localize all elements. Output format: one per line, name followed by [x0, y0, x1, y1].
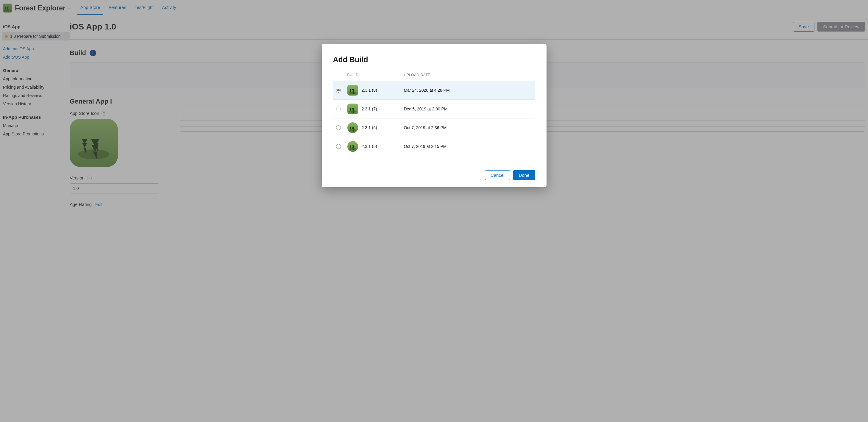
build-radio[interactable]: [336, 106, 341, 111]
build-app-icon: [347, 141, 358, 152]
modal-title: Add Build: [333, 55, 535, 64]
build-upload-date: Oct 7, 2019 at 2:36 PM: [404, 125, 535, 130]
build-upload-date: Oct 7, 2019 at 2:15 PM: [404, 144, 535, 149]
column-header-build: BUILD: [347, 73, 404, 77]
builds-table: BUILD UPLOAD DATE 2.3.1 (8)Mar 24, 2020 …: [333, 71, 535, 156]
build-version-label: 2.3.1 (8): [362, 88, 377, 93]
done-button[interactable]: Done: [513, 170, 535, 180]
build-version-label: 2.3.1 (7): [362, 106, 377, 111]
add-build-modal: Add Build BUILD UPLOAD DATE 2.3.1 (8)Mar…: [322, 44, 547, 187]
cancel-button[interactable]: Cancel: [485, 170, 510, 180]
build-app-icon: [347, 104, 358, 114]
build-row[interactable]: 2.3.1 (7)Dec 5, 2019 at 2:00 PM: [333, 100, 535, 119]
build-version-label: 2.3.1 (6): [362, 125, 377, 130]
modal-overlay: Add Build BUILD UPLOAD DATE 2.3.1 (8)Mar…: [0, 0, 868, 207]
build-row[interactable]: 2.3.1 (5)Oct 7, 2019 at 2:15 PM: [333, 137, 535, 156]
build-radio[interactable]: [336, 144, 341, 149]
build-app-icon: [347, 85, 358, 96]
build-radio[interactable]: [336, 88, 341, 93]
build-row[interactable]: 2.3.1 (8)Mar 24, 2020 at 4:28 PM: [333, 81, 535, 100]
build-upload-date: Dec 5, 2019 at 2:00 PM: [404, 106, 535, 111]
build-radio[interactable]: [336, 125, 341, 130]
build-upload-date: Mar 24, 2020 at 4:28 PM: [404, 88, 535, 93]
build-app-icon: [347, 122, 358, 133]
build-row[interactable]: 2.3.1 (6)Oct 7, 2019 at 2:36 PM: [333, 119, 535, 137]
build-version-label: 2.3.1 (5): [362, 144, 377, 149]
column-header-upload-date: UPLOAD DATE: [404, 73, 535, 77]
